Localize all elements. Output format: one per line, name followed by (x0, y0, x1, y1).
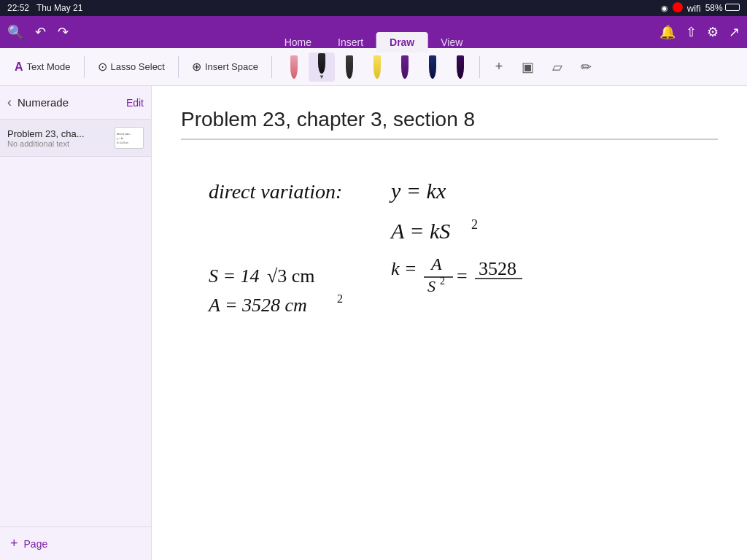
tab-home[interactable]: Home (271, 32, 325, 52)
svg-text:A = 3528 cm: A = 3528 cm (207, 295, 307, 316)
add-page-button[interactable]: + Page (0, 526, 151, 560)
sidebar-header: ‹ Numerade Edit (0, 86, 151, 120)
notebook-name: Numerade (18, 96, 120, 109)
sidebar: ‹ Numerade Edit Problem 23, cha... No ad… (0, 86, 152, 560)
settings-button[interactable]: ⚙ (707, 24, 719, 40)
eraser-button[interactable]: ✏ (573, 54, 600, 80)
page-info: Problem 23, cha... No additional text (7, 128, 109, 148)
lasso-icon: ⊙ (98, 60, 107, 74)
content-area: Problem 23, chapter 3, section 8 direct … (152, 86, 747, 560)
svg-text:y = kx: y = kx (389, 179, 446, 203)
svg-text:2: 2 (337, 292, 343, 305)
svg-text:=: = (457, 265, 468, 287)
svg-text:S= 14√3 cm: S= 14√3 cm (117, 141, 129, 144)
tab-view[interactable]: View (427, 32, 476, 52)
back-button[interactable]: ‹ (7, 95, 12, 110)
pen-darkpurple[interactable] (447, 52, 473, 82)
pen-dark-active[interactable]: ▼ (309, 52, 335, 82)
add-icon: + (10, 536, 18, 551)
lasso-select-button[interactable]: ⊙ Lasso Select (90, 55, 172, 78)
edit-button[interactable]: Edit (126, 97, 144, 109)
svg-text:k =: k = (391, 258, 417, 279)
share-button[interactable]: ⇧ (686, 24, 697, 40)
svg-text:A = kS: A = kS (390, 219, 450, 243)
status-bar: 22:52 Thu May 21 ◉ wifi 58% (0, 0, 747, 16)
math-content: direct variation: y = kx A = kS 2 S = 14… (181, 162, 718, 454)
svg-text:direct variation:: direct variation: (209, 180, 342, 203)
separator-4 (479, 56, 480, 78)
svg-text:S: S (427, 277, 436, 295)
battery-display: 58% (705, 3, 740, 13)
svg-text:√3 cm: √3 cm (267, 265, 315, 287)
page-title-text: Problem 23, cha... (7, 128, 109, 139)
pen-purple[interactable] (392, 52, 418, 82)
insert-space-label: Insert Space (205, 61, 258, 72)
separator-2 (178, 56, 179, 78)
battery-percent: 58% (705, 3, 723, 13)
svg-text:2: 2 (440, 276, 445, 287)
svg-text:y = kx: y = kx (117, 137, 123, 140)
nav-tabs: Home Insert Draw View (271, 32, 476, 52)
pen-yellow[interactable] (364, 52, 390, 82)
page-thumbnail: direct vari... y = kx S= 14√3 cm (115, 127, 144, 149)
redo-button[interactable]: ↷ (58, 24, 69, 40)
main-layout: ‹ Numerade Edit Problem 23, cha... No ad… (0, 86, 747, 560)
svg-text:direct vari...: direct vari... (117, 132, 132, 136)
text-mode-icon: A (15, 61, 23, 74)
separator-1 (84, 56, 85, 78)
svg-text:3528: 3528 (479, 258, 516, 279)
expand-button[interactable]: ↗ (729, 24, 740, 40)
shape-button[interactable]: ▱ (544, 54, 570, 80)
page-subtitle: No additional text (7, 139, 109, 148)
selection-button[interactable]: ▣ (515, 54, 541, 80)
search-button[interactable]: 🔍 (7, 24, 23, 40)
lasso-select-label: Lasso Select (111, 61, 165, 72)
svg-text:S = 14: S = 14 (209, 265, 260, 287)
add-tool-button[interactable]: + (486, 54, 512, 80)
insert-space-icon: ⊕ (192, 60, 201, 74)
text-mode-button[interactable]: A Text Mode (7, 56, 78, 78)
math-svg: direct variation: y = kx A = kS 2 S = 14… (181, 162, 718, 395)
undo-button[interactable]: ↶ (35, 24, 46, 40)
insert-space-button[interactable]: ⊕ Insert Space (185, 55, 266, 78)
toolbar: A Text Mode ⊙ Lasso Select ⊕ Insert Spac… (0, 48, 747, 86)
pen-pink[interactable] (281, 52, 307, 82)
pen-darkblue[interactable] (419, 52, 446, 82)
tab-draw[interactable]: Draw (376, 32, 427, 52)
pen-dark2[interactable] (336, 52, 363, 82)
bell-button[interactable]: 🔔 (659, 24, 676, 40)
nav-bar: 🔍 ↶ ↷ Home Insert Draw View 🔔 ⇧ ⚙ ↗ (0, 16, 747, 48)
wifi-icon: wifi (687, 3, 701, 14)
separator-3 (271, 56, 272, 78)
add-page-label: Page (24, 538, 48, 550)
sidebar-page-item[interactable]: Problem 23, cha... No additional text di… (0, 120, 151, 157)
time-display: 22:52 (7, 3, 29, 13)
svg-text:A: A (430, 254, 442, 273)
date-display: Thu May 21 (36, 3, 82, 13)
pen-tools: ▼ (281, 52, 473, 82)
page-title: Problem 23, chapter 3, section 8 (181, 108, 718, 140)
record-indicator (673, 2, 683, 15)
text-mode-label: Text Mode (27, 61, 71, 72)
tab-insert[interactable]: Insert (325, 32, 376, 52)
svg-text:2: 2 (471, 217, 478, 232)
signal-icon: ◉ (661, 4, 668, 13)
